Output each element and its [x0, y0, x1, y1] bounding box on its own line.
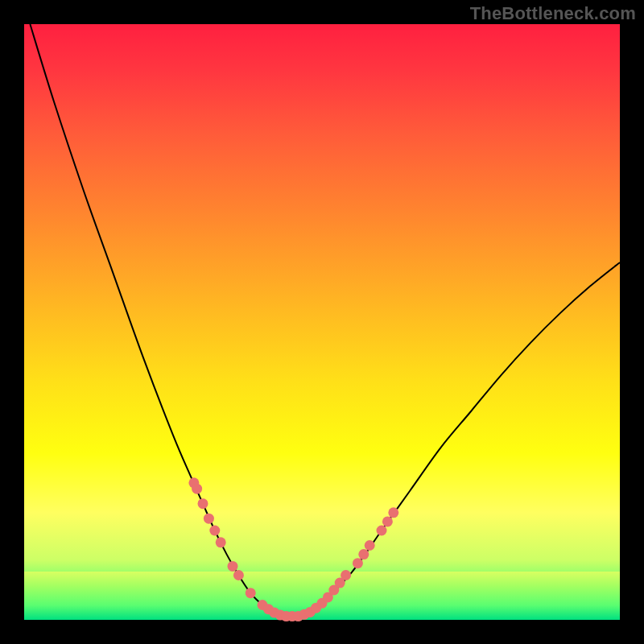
data-marker — [216, 537, 226, 547]
data-marker — [365, 540, 375, 551]
data-marker — [228, 561, 238, 572]
data-marker — [209, 526, 220, 536]
data-marker — [204, 514, 214, 524]
data-marker — [233, 570, 244, 580]
data-marker — [382, 516, 393, 526]
data-marker — [341, 570, 351, 580]
bottleneck-curve — [30, 24, 620, 617]
chart-svg — [24, 24, 620, 620]
data-marker — [198, 498, 208, 509]
data-marker — [388, 507, 398, 518]
data-marker — [192, 484, 202, 494]
data-markers-group — [188, 477, 398, 621]
data-marker — [246, 588, 256, 598]
watermark-text: TheBottleneck.com — [470, 3, 636, 24]
chart-frame: TheBottleneck.com — [0, 0, 644, 644]
data-marker — [377, 526, 387, 536]
data-marker — [353, 558, 363, 568]
data-marker — [358, 549, 369, 559]
